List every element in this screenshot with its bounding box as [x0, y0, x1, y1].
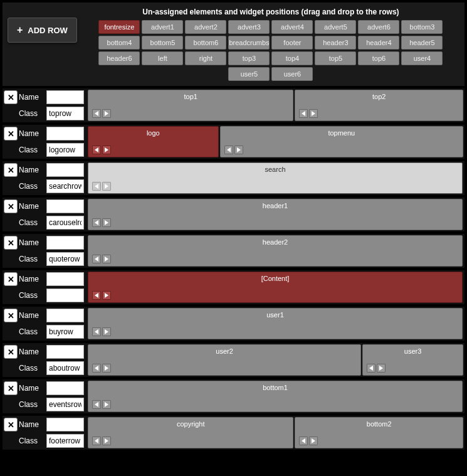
unassigned-chip[interactable]: fontresize [98, 20, 140, 34]
unassigned-chip[interactable]: advert1 [142, 20, 183, 34]
row-name-input[interactable] [46, 90, 84, 104]
row-class-input[interactable] [46, 325, 84, 339]
shrink-left-button[interactable] [92, 182, 101, 191]
unassigned-chip[interactable]: header4 [358, 36, 399, 50]
row-class-input[interactable] [46, 288, 84, 302]
unassigned-chip[interactable]: footer [271, 36, 313, 50]
shrink-left-button[interactable] [92, 327, 101, 336]
grow-right-button[interactable] [102, 218, 111, 227]
grow-right-button[interactable] [102, 400, 111, 409]
delete-row-button[interactable]: ✕ [4, 90, 18, 104]
grow-right-button[interactable] [377, 364, 386, 373]
grow-right-button[interactable] [102, 255, 111, 263]
row-name-input[interactable] [46, 272, 84, 286]
grow-right-button[interactable] [102, 145, 111, 154]
shrink-left-button[interactable] [92, 436, 101, 445]
unassigned-chip[interactable]: top3 [228, 51, 270, 65]
position-cell[interactable]: logo [88, 126, 219, 157]
grow-right-button[interactable] [102, 327, 111, 336]
unassigned-chip[interactable]: header6 [98, 51, 140, 65]
delete-row-button[interactable]: ✕ [4, 199, 18, 213]
unassigned-chip[interactable]: top5 [315, 51, 356, 65]
row-class-input[interactable] [46, 252, 84, 266]
row-name-input[interactable] [46, 236, 84, 250]
position-cell[interactable]: top2 [295, 90, 463, 121]
shrink-left-button[interactable] [92, 400, 101, 409]
shrink-left-button[interactable] [367, 364, 375, 373]
shrink-left-button[interactable] [92, 218, 101, 227]
row-class-input[interactable] [46, 398, 84, 411]
position-cell[interactable]: topmenu [220, 126, 463, 157]
row-name-input[interactable] [46, 127, 84, 140]
position-cell[interactable]: header1 [88, 199, 463, 230]
unassigned-chip[interactable]: user6 [271, 67, 313, 81]
grow-right-button[interactable] [102, 436, 111, 445]
unassigned-chip[interactable]: left [142, 51, 183, 65]
grow-right-button[interactable] [309, 109, 318, 118]
grow-right-button[interactable] [102, 109, 111, 118]
position-cell[interactable]: user2 [88, 344, 361, 376]
unassigned-chip[interactable]: breadcrumbs [228, 36, 270, 50]
row-name-input[interactable] [46, 199, 84, 213]
close-icon: ✕ [8, 347, 14, 357]
position-cell[interactable]: header2 [88, 235, 463, 267]
position-cell[interactable]: top1 [88, 90, 293, 121]
row-name-input[interactable] [46, 309, 84, 322]
grow-right-button[interactable] [102, 182, 111, 191]
unassigned-chip[interactable]: bottom3 [401, 20, 443, 34]
grow-right-button[interactable] [102, 364, 111, 373]
row-name-input[interactable] [46, 381, 84, 395]
unassigned-chip[interactable]: bottom5 [142, 36, 183, 50]
row-class-input[interactable] [46, 361, 84, 375]
unassigned-chip[interactable]: header5 [401, 36, 443, 50]
delete-row-button[interactable]: ✕ [4, 236, 18, 250]
row-class-input[interactable] [46, 143, 84, 157]
grow-right-button[interactable] [309, 436, 318, 445]
row-class-input[interactable] [46, 179, 84, 193]
unassigned-chip[interactable]: user4 [401, 51, 443, 65]
unassigned-chip[interactable]: top4 [271, 51, 313, 65]
unassigned-chip[interactable]: advert6 [358, 20, 399, 34]
unassigned-chip[interactable]: advert2 [185, 20, 226, 34]
position-cell[interactable]: copyright [88, 417, 293, 448]
row-class-input[interactable] [46, 216, 84, 230]
unassigned-chip[interactable]: top6 [358, 51, 399, 65]
position-cell[interactable]: search [88, 162, 463, 194]
unassigned-chip[interactable]: right [185, 51, 226, 65]
row-name-input[interactable] [46, 163, 84, 177]
position-cell[interactable]: bottom1 [88, 381, 463, 412]
row-class-input[interactable] [46, 107, 84, 120]
row-class-input[interactable] [46, 434, 84, 448]
unassigned-chip[interactable]: advert3 [228, 20, 270, 34]
row-name-input[interactable] [46, 418, 84, 431]
unassigned-chip[interactable]: header3 [315, 36, 356, 50]
shrink-left-button[interactable] [299, 436, 308, 445]
delete-row-button[interactable]: ✕ [4, 381, 18, 395]
shrink-left-button[interactable] [299, 109, 308, 118]
position-cell[interactable]: bottom2 [295, 417, 463, 448]
position-cell[interactable]: [Content] [88, 272, 463, 303]
shrink-left-button[interactable] [92, 255, 101, 263]
shrink-left-button[interactable] [92, 145, 101, 154]
shrink-left-button[interactable] [92, 364, 101, 373]
delete-row-button[interactable]: ✕ [4, 272, 18, 286]
delete-row-button[interactable]: ✕ [4, 418, 18, 431]
unassigned-chip[interactable]: user5 [228, 67, 270, 81]
grow-right-button[interactable] [102, 291, 111, 300]
delete-row-button[interactable]: ✕ [4, 163, 18, 177]
unassigned-chip[interactable]: bottom6 [185, 36, 226, 50]
delete-row-button[interactable]: ✕ [4, 345, 18, 359]
row-name-input[interactable] [46, 345, 84, 359]
unassigned-chip[interactable]: advert4 [271, 20, 313, 34]
add-row-button[interactable]: + ADD ROW [8, 18, 77, 43]
shrink-left-button[interactable] [224, 145, 233, 154]
shrink-left-button[interactable] [92, 291, 101, 300]
unassigned-chip[interactable]: bottom4 [98, 36, 140, 50]
shrink-left-button[interactable] [92, 109, 101, 118]
delete-row-button[interactable]: ✕ [4, 127, 18, 140]
delete-row-button[interactable]: ✕ [4, 309, 18, 322]
position-cell[interactable]: user3 [362, 344, 463, 376]
grow-right-button[interactable] [234, 145, 243, 154]
unassigned-chip[interactable]: advert5 [315, 20, 356, 34]
position-cell[interactable]: user1 [88, 308, 463, 339]
